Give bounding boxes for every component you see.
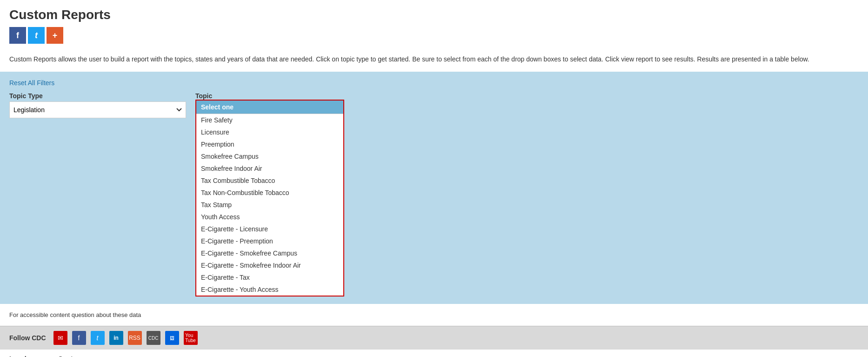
page-header: Custom Reports f t + [0, 0, 868, 54]
topic-option[interactable]: Tax Non-Combustible Tobacco [196, 187, 343, 199]
filter-panel: Reset All Filters Topic Type Legislation… [0, 72, 868, 304]
footer-legal-col: Legal Policies [9, 355, 30, 357]
topic-option[interactable]: Fire Safety [196, 114, 343, 126]
topic-dropdown-wrapper: Topic Select one Fire SafetyLicensurePre… [195, 92, 344, 296]
linkedin-follow-button[interactable]: in [109, 331, 123, 345]
topic-option[interactable]: E-Cigarette - Tax [196, 271, 343, 283]
follow-cdc-bar: Follow CDC ✉ f t in RSS CDC 🖼 YouTube [0, 326, 868, 350]
topic-option[interactable]: E-Cigarette - Smokefree Campus [196, 247, 343, 259]
topic-option[interactable]: Smokefree Campus [196, 150, 343, 162]
topic-option[interactable]: Licensure [196, 126, 343, 138]
social-share-bar: f t + [9, 27, 859, 44]
page-description: Custom Reports allows the user to build … [0, 54, 868, 72]
facebook-icon: f [16, 31, 19, 40]
rss-follow-button[interactable]: RSS [128, 331, 142, 345]
accessible-note: For accessible content question about th… [0, 304, 868, 326]
topic-option[interactable]: Smokefree Indoor Air [196, 162, 343, 175]
footer-contact-col: Conta Center [58, 355, 77, 357]
topic-option[interactable]: Tax Combustible Tobacco [196, 175, 343, 187]
tv-follow-button[interactable]: CDC [147, 331, 160, 345]
youtube-follow-button[interactable]: YouTube [184, 331, 198, 345]
follow-cdc-label: Follow CDC [9, 334, 46, 342]
topic-type-label: Topic Type [9, 92, 186, 100]
page-title: Custom Reports [9, 7, 859, 22]
footer-links: Legal Policies Conta Center [0, 350, 868, 357]
plus-icon: + [53, 31, 58, 40]
facebook-follow-button[interactable]: f [72, 331, 86, 345]
topic-type-select[interactable]: Legislation [9, 101, 186, 118]
twitter-icon: t [35, 31, 38, 40]
topic-option[interactable]: E-Cigarette - Smokefree Indoor Air [196, 259, 343, 271]
twitter-follow-button[interactable]: t [91, 331, 105, 345]
topic-option[interactable]: Youth Access [196, 211, 343, 223]
topic-dropdown-box[interactable]: Select one Fire SafetyLicensurePreemptio… [195, 100, 344, 296]
topic-option[interactable]: E-Cigarette - Youth Access [196, 283, 343, 296]
twitter-share-button[interactable]: t [28, 27, 45, 44]
topic-options-list: Fire SafetyLicensurePreemptionSmokefree … [196, 114, 343, 296]
topic-type-group: Topic Type Legislation [9, 92, 186, 118]
topic-selected-option[interactable]: Select one [196, 101, 343, 114]
topic-option[interactable]: E-Cigarette - Licensure [196, 223, 343, 235]
topic-option[interactable]: Tax Stamp [196, 199, 343, 211]
facebook-share-button[interactable]: f [9, 27, 26, 44]
topic-option[interactable]: E-Cigarette - Preemption [196, 235, 343, 247]
footer-contact-title: Conta [58, 355, 77, 357]
topic-label: Topic [195, 92, 344, 100]
footer-legal-title: Legal [9, 355, 30, 357]
email-follow-button[interactable]: ✉ [53, 331, 67, 345]
addthis-share-button[interactable]: + [47, 27, 63, 44]
topic-option[interactable]: Preemption [196, 138, 343, 150]
flickr-follow-button[interactable]: 🖼 [165, 331, 179, 345]
reset-filters-link[interactable]: Reset All Filters [9, 79, 54, 87]
filter-row: Topic Type Legislation Topic Select one … [9, 92, 859, 296]
